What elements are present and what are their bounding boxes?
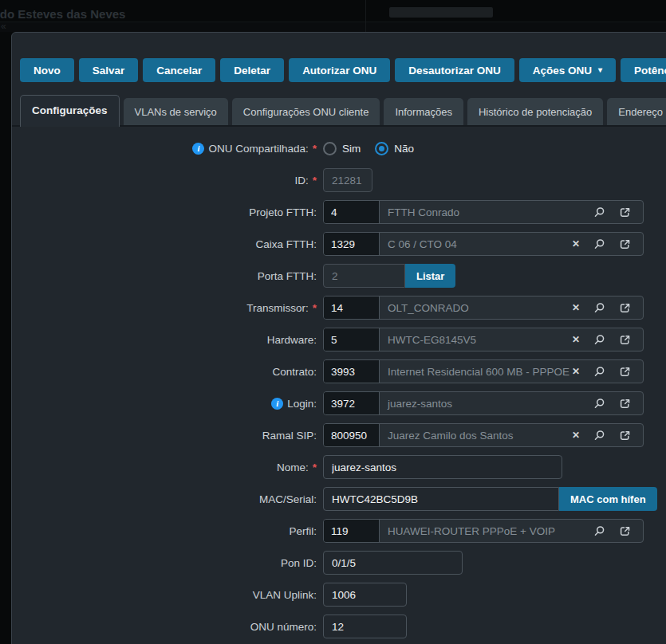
vlan-uplink-label: VLAN Uplink: <box>12 589 323 601</box>
login-display: juarez-santos <box>380 398 593 410</box>
acoes-onu-label: Ações ONU <box>533 65 592 77</box>
perfil-label: Perfil: <box>12 525 323 537</box>
transmissor-lookup: OLT_CONRADO ✕ <box>323 296 644 320</box>
form-content: i ONU Compartilhada: * Sim Não ID: * <box>12 127 666 638</box>
transmissor-display: OLT_CONRADO <box>380 302 572 314</box>
transmissor-label: Transmissor: * <box>12 302 323 314</box>
search-icon[interactable] <box>593 206 605 218</box>
nome-field[interactable] <box>323 455 562 479</box>
hardware-display: HWTC-EG8145V5 <box>380 334 572 346</box>
contrato-label: Contrato: <box>12 366 323 378</box>
desautorizar-onu-button[interactable]: Desautorizar ONU <box>395 58 514 82</box>
background-divider <box>365 0 366 32</box>
mac-serial-field[interactable] <box>323 487 559 511</box>
caixa-ftth-lookup: C 06 / CTO 04 ✕ <box>323 232 644 256</box>
login-code-input[interactable] <box>324 392 380 414</box>
tab-endereco[interactable]: Endereço <box>607 98 666 125</box>
ramal-sip-display: Juarez Camilo dos Santos <box>380 430 572 442</box>
pon-id-field[interactable] <box>323 551 463 575</box>
listar-button[interactable]: Listar <box>405 264 455 288</box>
tab-configuracoes[interactable]: Configurações <box>20 95 120 127</box>
external-link-icon[interactable] <box>619 302 631 314</box>
tab-vlans-de-servico[interactable]: VLANs de serviço <box>124 98 228 125</box>
search-icon[interactable] <box>593 398 605 410</box>
caixa-ftth-code-input[interactable] <box>324 233 380 255</box>
background-dimmed-button <box>389 7 493 18</box>
row-caixa-ftth: Caixa FTTH: C 06 / CTO 04 ✕ <box>12 232 666 256</box>
mac-com-hifen-button[interactable]: MAC com hífen <box>559 487 657 511</box>
vlan-uplink-field[interactable] <box>323 583 407 607</box>
row-vlan-uplink: VLAN Uplink: <box>12 583 666 607</box>
id-label: ID: * <box>12 175 323 187</box>
hardware-code-input[interactable] <box>324 328 380 351</box>
deletar-button[interactable]: Deletar <box>220 58 284 82</box>
clear-icon[interactable]: ✕ <box>572 239 580 249</box>
tab-historico-de-potenciacao[interactable]: Histórico de potenciação <box>467 98 603 125</box>
search-icon[interactable] <box>593 238 605 250</box>
ramal-sip-code-input[interactable] <box>324 424 380 446</box>
search-icon[interactable] <box>593 366 605 378</box>
porta-ftth-field <box>323 264 405 288</box>
background-band <box>0 22 666 32</box>
tab-strip: Configurações VLANs de serviço Configura… <box>12 95 666 127</box>
search-icon[interactable] <box>593 302 605 314</box>
tab-informacoes[interactable]: Informações <box>384 98 463 125</box>
clear-icon[interactable]: ✕ <box>572 430 580 440</box>
clear-icon[interactable]: ✕ <box>572 367 580 376</box>
info-icon[interactable]: i <box>271 398 283 410</box>
novo-button[interactable]: Novo <box>20 58 74 82</box>
onu-numero-field[interactable] <box>323 615 407 638</box>
row-hardware: Hardware: HWTC-EG8145V5 ✕ <box>12 328 666 351</box>
info-icon[interactable]: i <box>192 143 204 155</box>
row-porta-ftth: Porta FTTH: Listar <box>12 264 666 288</box>
required-asterisk: * <box>313 302 317 314</box>
perfil-display: HUAWEI-ROUTER PPPoE + VOIP <box>380 525 593 537</box>
ramal-sip-label: Ramal SIP: <box>12 430 323 442</box>
background-partial-glyph: « <box>1 21 6 32</box>
external-link-icon[interactable] <box>619 430 631 442</box>
clear-icon[interactable]: ✕ <box>572 303 580 312</box>
cancelar-button[interactable]: Cancelar <box>143 58 215 82</box>
search-icon[interactable] <box>593 525 605 537</box>
autorizar-onu-button[interactable]: Autorizar ONU <box>289 58 390 82</box>
row-onu-compartilhada: i ONU Compartilhada: * Sim Não <box>12 136 666 160</box>
row-id: ID: * <box>12 168 666 192</box>
external-link-icon[interactable] <box>619 525 631 537</box>
row-transmissor: Transmissor: * OLT_CONRADO ✕ <box>12 296 666 320</box>
external-link-icon[interactable] <box>619 398 631 410</box>
external-link-icon[interactable] <box>619 334 631 346</box>
onu-compartilhada-radio-group: Sim Não <box>323 142 414 155</box>
potencia-button[interactable]: Potência <box>621 58 666 82</box>
clear-icon[interactable]: ✕ <box>572 335 580 344</box>
contrato-display: Internet Residencial 600 MB - PPPOE <box>380 366 572 378</box>
external-link-icon[interactable] <box>619 238 631 250</box>
nome-label: Nome: * <box>12 461 323 473</box>
radio-nao[interactable]: Não <box>375 142 414 155</box>
radio-nao-circle[interactable] <box>375 142 388 155</box>
transmissor-code-input[interactable] <box>324 296 380 319</box>
salvar-button[interactable]: Salvar <box>79 58 139 82</box>
row-projeto-ftth: Projeto FTTH: FTTH Conrado <box>12 200 666 224</box>
id-field <box>323 168 372 192</box>
perfil-code-input[interactable] <box>324 520 380 542</box>
contrato-code-input[interactable] <box>324 360 380 383</box>
search-icon[interactable] <box>593 430 605 442</box>
hardware-label: Hardware: <box>12 334 323 346</box>
row-mac-serial: MAC/Serial: MAC com hífen <box>12 487 666 511</box>
porta-ftth-label: Porta FTTH: <box>12 270 323 282</box>
radio-sim-circle[interactable] <box>323 142 337 155</box>
acoes-onu-dropdown-button[interactable]: Ações ONU ▾ <box>519 58 616 82</box>
external-link-icon[interactable] <box>619 366 631 378</box>
radio-sim[interactable]: Sim <box>323 142 361 155</box>
tab-configuracoes-onu-cliente[interactable]: Configurações ONU cliente <box>232 98 380 125</box>
row-nome: Nome: * <box>12 455 666 479</box>
projeto-ftth-code-input[interactable] <box>324 201 380 223</box>
external-link-icon[interactable] <box>619 206 631 218</box>
contrato-lookup: Internet Residencial 600 MB - PPPOE ✕ <box>323 359 644 383</box>
row-contrato: Contrato: Internet Residencial 600 MB - … <box>12 359 666 383</box>
pon-id-label: Pon ID: <box>12 557 323 569</box>
toolbar: Novo Salvar Cancelar Deletar Autorizar O… <box>12 33 666 82</box>
mac-serial-label: MAC/Serial: <box>12 493 323 505</box>
caixa-ftth-display: C 06 / CTO 04 <box>380 238 572 250</box>
search-icon[interactable] <box>593 334 605 346</box>
